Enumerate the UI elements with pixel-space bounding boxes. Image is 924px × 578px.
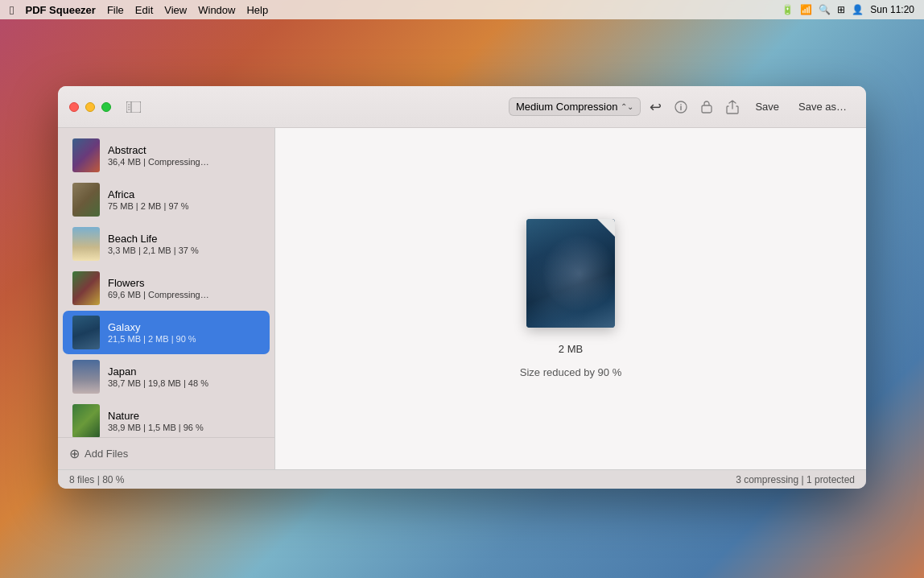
file-info: Nature38,9 MB | 1,5 MB | 96 % — [108, 410, 204, 432]
file-item[interactable]: Africa75 MB | 2 MB | 97 % — [63, 178, 270, 221]
file-thumbnail — [72, 360, 100, 394]
file-info: Africa75 MB | 2 MB | 97 % — [108, 188, 188, 211]
view-menu[interactable]: View — [164, 4, 187, 16]
compression-label: Medium Compression — [516, 101, 617, 113]
menubar:  PDF Squeezer File Edit View Window Hel… — [0, 0, 924, 19]
file-thumbnail — [72, 316, 100, 349]
pdf-preview — [526, 219, 615, 332]
control-center-icon[interactable]: ⊞ — [837, 4, 845, 15]
compression-dropdown[interactable]: Medium Compression ⌃⌄ — [509, 97, 641, 116]
battery-icon: 🔋 — [782, 4, 794, 15]
svg-rect-8 — [702, 105, 712, 113]
file-info: Beach Life3,3 MB | 2,1 MB | 37 % — [108, 233, 199, 255]
app-window: Medium Compression ⌃⌄ ↩ — [58, 86, 866, 489]
file-thumbnail — [72, 183, 100, 217]
file-name: Nature — [108, 410, 204, 422]
apple-menu[interactable]:  — [10, 3, 14, 17]
add-files-label: Add Files — [85, 448, 128, 460]
preview-area: 2 MB Size reduced by 90 % — [520, 219, 621, 378]
toolbar-right: Medium Compression ⌃⌄ ↩ — [509, 96, 855, 118]
file-menu[interactable]: File — [107, 4, 124, 16]
file-name: Africa — [108, 188, 188, 200]
share-icon — [726, 100, 739, 114]
sidebar-toggle-button[interactable] — [122, 98, 145, 116]
save-as-button[interactable]: Save as… — [790, 97, 855, 116]
file-item[interactable]: Nature38,9 MB | 1,5 MB | 96 % — [63, 399, 270, 437]
undo-button[interactable]: ↩ — [644, 96, 666, 118]
traffic-lights — [69, 102, 111, 112]
sidebar: Abstract36,4 MB | Compressing…Africa75 M… — [58, 128, 275, 469]
status-files-count: 8 files | 80 % — [69, 474, 124, 485]
file-meta: 38,7 MB | 19,8 MB | 48 % — [108, 378, 208, 388]
file-meta: 3,3 MB | 2,1 MB | 37 % — [108, 246, 199, 255]
user-icon[interactable]: 👤 — [852, 4, 864, 15]
maximize-button[interactable] — [101, 102, 111, 112]
lock-button[interactable] — [695, 96, 718, 118]
file-info: Abstract36,4 MB | Compressing… — [108, 144, 209, 167]
file-name: Abstract — [108, 144, 209, 156]
menubar-left:  PDF Squeezer File Edit View Window Hel… — [10, 3, 268, 17]
galaxy-thumbnail — [526, 219, 615, 328]
file-info: Flowers69,6 MB | Compressing… — [108, 277, 209, 299]
clock: Sun 11:20 — [870, 4, 914, 15]
file-name: Galaxy — [108, 321, 196, 333]
file-item[interactable]: Galaxy21,5 MB | 2 MB | 90 % — [63, 311, 270, 354]
sidebar-toggle-icon — [126, 101, 141, 113]
statusbar: 8 files | 80 % 3 compressing | 1 protect… — [58, 469, 866, 489]
share-button[interactable] — [721, 96, 744, 118]
add-files-button[interactable]: ⊕ Add Files — [58, 437, 274, 469]
edit-menu[interactable]: Edit — [135, 4, 153, 16]
file-thumbnail — [72, 138, 100, 172]
svg-point-7 — [681, 104, 683, 105]
file-meta: 21,5 MB | 2 MB | 90 % — [108, 334, 196, 344]
file-name: Beach Life — [108, 233, 199, 245]
info-icon — [674, 101, 687, 114]
main-content: 2 MB Size reduced by 90 % — [275, 128, 866, 469]
status-compressing: 3 compressing | 1 protected — [736, 474, 855, 485]
file-meta: 38,9 MB | 1,5 MB | 96 % — [108, 423, 204, 432]
preview-reduction-text: Size reduced by 90 % — [520, 366, 621, 378]
window-body: Abstract36,4 MB | Compressing…Africa75 M… — [58, 128, 866, 469]
file-meta: 75 MB | 2 MB | 97 % — [108, 201, 188, 211]
file-item[interactable]: Beach Life3,3 MB | 2,1 MB | 37 % — [63, 222, 270, 266]
close-button[interactable] — [69, 102, 79, 112]
minimize-button[interactable] — [85, 102, 95, 112]
file-meta: 69,6 MB | Compressing… — [108, 290, 209, 299]
file-thumbnail — [72, 227, 100, 261]
titlebar: Medium Compression ⌃⌄ ↩ — [58, 86, 866, 128]
file-thumbnail — [72, 271, 100, 305]
file-item[interactable]: Abstract36,4 MB | Compressing… — [63, 134, 270, 177]
file-info: Japan38,7 MB | 19,8 MB | 48 % — [108, 365, 208, 388]
file-info: Galaxy21,5 MB | 2 MB | 90 % — [108, 321, 196, 344]
file-meta: 36,4 MB | Compressing… — [108, 157, 209, 167]
lock-icon — [700, 100, 713, 114]
app-name-menu[interactable]: PDF Squeezer — [25, 4, 95, 16]
file-thumbnail — [72, 404, 100, 437]
preview-file-size: 2 MB — [559, 343, 583, 355]
search-icon[interactable]: 🔍 — [819, 4, 831, 15]
help-menu[interactable]: Help — [246, 4, 268, 16]
save-button[interactable]: Save — [747, 97, 787, 116]
add-icon: ⊕ — [69, 446, 80, 461]
compression-chevron-icon: ⌃⌄ — [621, 102, 633, 111]
file-name: Flowers — [108, 277, 209, 289]
file-item[interactable]: Flowers69,6 MB | Compressing… — [63, 266, 270, 310]
menubar-right: 🔋 📶 🔍 ⊞ 👤 Sun 11:20 — [782, 4, 914, 15]
file-name: Japan — [108, 365, 208, 378]
file-item[interactable]: Japan38,7 MB | 19,8 MB | 48 % — [63, 355, 270, 398]
info-button[interactable] — [670, 96, 692, 118]
file-list: Abstract36,4 MB | Compressing…Africa75 M… — [58, 128, 274, 437]
pdf-preview-card — [526, 219, 615, 328]
wifi-icon: 📶 — [800, 4, 812, 15]
window-menu[interactable]: Window — [198, 4, 235, 16]
